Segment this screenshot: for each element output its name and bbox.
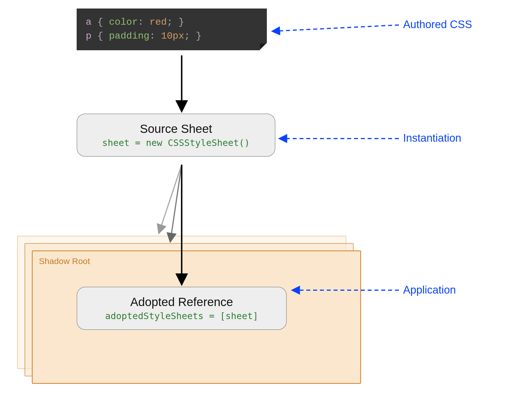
annotation-application: Application [403, 284, 456, 296]
css-property: padding [109, 31, 150, 41]
authored-css-code-box: a { color: red; } p { padding: 10px; } [77, 9, 267, 50]
annot-arrow-authored [273, 25, 399, 31]
code-line-2: p { padding: 10px; } [86, 29, 258, 43]
css-selector: p [86, 31, 91, 41]
adopted-reference-box: Adopted Reference adoptedStyleSheets = [… [77, 287, 287, 330]
annotation-authored: Authored CSS [403, 18, 472, 31]
code-line-1: a { color: red; } [86, 15, 258, 29]
arrow-source-to-shadow-mid [170, 165, 182, 241]
css-brace: { [97, 17, 109, 28]
css-property: color [109, 17, 138, 28]
source-sheet-box: Source Sheet sheet = new CSSStyleSheet() [77, 114, 275, 157]
source-sheet-title: Source Sheet [89, 122, 263, 136]
css-selector: a [86, 17, 91, 28]
css-value: 10px [161, 31, 184, 41]
source-sheet-code: sheet = new CSSStyleSheet() [89, 137, 263, 148]
css-value: red [149, 17, 167, 28]
shadow-root-label: Shadow Root [39, 256, 90, 266]
adopted-reference-code: adoptedStyleSheets = [sheet] [89, 311, 275, 321]
dogear-fold-icon [260, 43, 266, 49]
arrow-source-to-shadow-back [159, 165, 182, 233]
adopted-reference-title: Adopted Reference [89, 295, 275, 309]
annotation-instantiation: Instantiation [403, 132, 461, 144]
